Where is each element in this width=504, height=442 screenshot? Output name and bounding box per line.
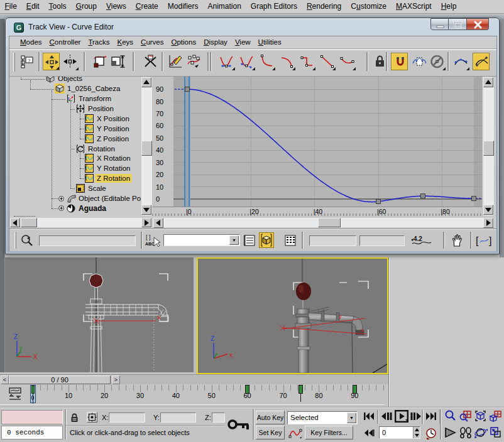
move-keys-horizontal-icon[interactable] <box>62 53 79 70</box>
scroll-arrow-u[interactable] <box>141 77 151 87</box>
tv-menu-item-curves[interactable]: Curves <box>137 37 167 48</box>
scroll-arrow-r[interactable] <box>483 218 493 228</box>
param-curve-out-of-range-icon[interactable] <box>411 53 428 70</box>
tv-menu-item-modes[interactable]: Modes <box>16 37 46 48</box>
menu-item-create[interactable]: Create <box>131 1 163 13</box>
show-objects-toggle-icon[interactable] <box>259 232 274 248</box>
tree-item-y-rotation[interactable]: Y Rotation <box>85 163 133 173</box>
statusbar-drag-handle[interactable] <box>14 232 16 249</box>
default-tangent-button[interactable] <box>288 426 303 440</box>
scroll-thumb[interactable] <box>21 218 37 227</box>
filters-icon[interactable]: ? <box>19 53 36 70</box>
dropdown-arrow[interactable]: ▼ <box>229 235 239 245</box>
zoom-all-icon[interactable] <box>459 409 473 423</box>
tangent-step-icon[interactable] <box>299 53 315 70</box>
move-keys-icon[interactable] <box>43 53 60 70</box>
snap-frames-icon[interactable] <box>391 53 408 70</box>
menu-item-maxscript[interactable]: MAXScript <box>392 1 437 13</box>
scroll-arrow-u[interactable] <box>483 77 493 87</box>
show-tangents-icon[interactable] <box>452 53 469 70</box>
simplify-curve-icon[interactable] <box>185 53 202 70</box>
selection-set-dropdown-arrow[interactable]: ▼ <box>347 412 356 423</box>
curve-graph-area[interactable]: 9080706050403020100 <box>152 77 482 207</box>
lock-selection-icon[interactable] <box>371 53 388 70</box>
tangent-auto-icon[interactable] <box>218 53 235 70</box>
expand-plus-icon[interactable] <box>58 196 64 202</box>
zoom-extents-all-icon[interactable] <box>489 409 503 423</box>
selection-set-dropdown[interactable]: Selected ▼ <box>287 411 358 424</box>
tree-item-x-rotation[interactable]: X Rotation <box>85 153 133 163</box>
key-value-field[interactable] <box>359 235 405 246</box>
zoom-extents-icon[interactable] <box>474 409 488 423</box>
time-slider-track[interactable]: < 0 / 90 > <box>0 374 388 384</box>
orbit-icon[interactable] <box>474 426 488 439</box>
scroll-arrow-l[interactable] <box>10 218 20 227</box>
trackbar-key[interactable] <box>245 385 249 394</box>
tree-item-z-position[interactable]: Z Position <box>85 134 131 144</box>
add-keys-icon[interactable] <box>92 53 109 70</box>
show-selected-tracks-icon[interactable] <box>244 234 256 248</box>
tree-item-x-position[interactable]: X Position <box>85 114 131 124</box>
scroll-arrow-l[interactable] <box>153 218 163 228</box>
trackview-titlebar[interactable]: G Track View - Curve Editor <box>6 18 499 36</box>
scroll-arrow-d[interactable] <box>141 205 151 215</box>
track-view-grid-icon[interactable] <box>284 234 297 248</box>
graph-horizontal-scrollbar[interactable] <box>153 218 494 227</box>
set-key-button[interactable]: Set Key <box>256 426 285 439</box>
viewport-right-shaded[interactable]: yxZx <box>197 257 388 374</box>
set-keys-key-button[interactable] <box>226 409 252 440</box>
tangent-fast-icon[interactable] <box>258 53 275 70</box>
maximize-button[interactable] <box>449 18 467 30</box>
trackbar-key[interactable] <box>299 385 303 394</box>
walk-through-icon[interactable] <box>459 426 473 439</box>
tree-item-z-rotation[interactable]: Z Rotation <box>85 173 132 183</box>
scroll-thumb[interactable] <box>318 218 341 227</box>
auto-key-button[interactable]: Auto Key <box>256 411 285 424</box>
goto-start-button[interactable] <box>363 412 375 421</box>
time-slider-handle[interactable]: 0 / 90 <box>9 375 111 384</box>
maximize-viewport-toggle-icon[interactable] <box>489 426 503 439</box>
key-filters-button[interactable]: Key Filters... <box>305 426 353 439</box>
scroll-arrow-d[interactable] <box>483 205 493 215</box>
tv-menu-item-display[interactable]: Display <box>200 37 231 48</box>
tree-item-rotation[interactable]: Rotation <box>76 144 117 154</box>
lock-tangents-icon[interactable] <box>473 53 490 70</box>
tree-item-aguada[interactable]: Aguada <box>58 203 108 213</box>
function-curve-plot[interactable] <box>152 77 482 207</box>
track-set-field[interactable] <box>39 235 136 246</box>
menu-item-rendering[interactable]: Rendering <box>302 1 346 13</box>
time-configuration-button[interactable] <box>425 427 437 439</box>
trackview-hierarchy-tree[interactable]: Objects1_0256_CabezaTransformPositionX P… <box>10 77 141 217</box>
show-keyable-icon[interactable] <box>429 53 446 70</box>
tangent-smooth-icon[interactable] <box>339 53 356 70</box>
tree-item-position[interactable]: Position <box>76 104 116 114</box>
menu-item-graph-editors[interactable]: Graph Editors <box>246 1 302 13</box>
draw-curves-icon[interactable] <box>167 53 184 70</box>
maxscript-macro-recorder[interactable] <box>1 410 63 424</box>
track-bar[interactable]: 102030405060708090 <box>0 385 388 407</box>
edit-track-set-icon[interactable] <box>19 234 35 247</box>
time-slider-next-button[interactable]: > <box>112 375 120 384</box>
toolbar-drag-handle[interactable] <box>13 53 15 72</box>
tree-horizontal-scrollbar[interactable] <box>10 218 152 227</box>
scroll-thumb[interactable] <box>483 141 494 156</box>
menu-item-group[interactable]: Group <box>71 1 101 13</box>
scroll-thumb[interactable] <box>141 141 152 156</box>
field-of-view-icon[interactable] <box>444 426 457 439</box>
scale-values-icon[interactable] <box>109 53 126 70</box>
tree-item-scale[interactable]: Scale <box>76 183 108 193</box>
zoom-region-icon[interactable]: [] <box>475 233 494 249</box>
open-mini-curve-editor-icon[interactable] <box>9 387 21 401</box>
absolute-mode-toggle[interactable] <box>87 412 97 423</box>
tv-menu-item-options[interactable]: Options <box>168 37 200 48</box>
menu-item-views[interactable]: Views <box>101 1 131 13</box>
next-frame-button[interactable] <box>410 412 422 421</box>
time-slider-prev-button[interactable]: < <box>1 375 9 384</box>
pan-hand-icon[interactable] <box>449 233 466 249</box>
tree-item-objects[interactable]: Objects <box>46 77 84 84</box>
minimize-button[interactable] <box>430 18 449 30</box>
close-button[interactable] <box>467 18 489 30</box>
selection-lock-icon[interactable] <box>70 413 79 423</box>
menu-item-customize[interactable]: Customize <box>346 1 392 13</box>
goto-end-button[interactable] <box>425 412 437 421</box>
